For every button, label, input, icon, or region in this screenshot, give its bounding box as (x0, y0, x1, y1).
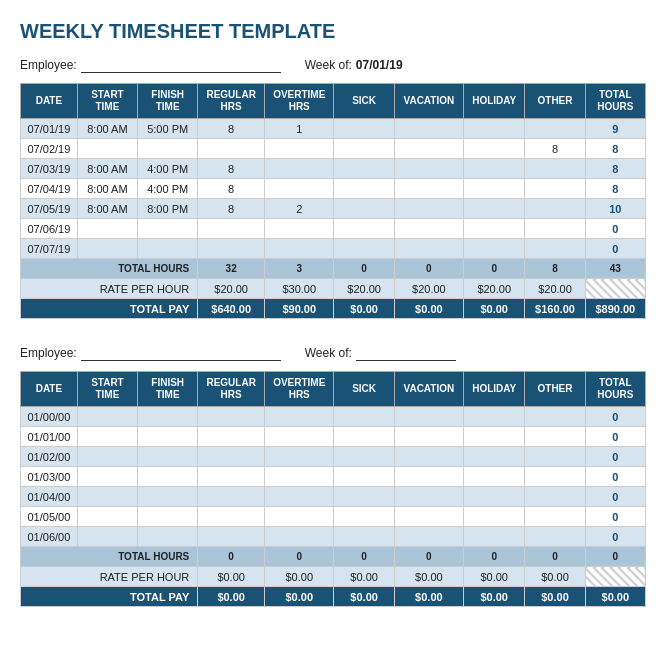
total-pay-row-1: TOTAL PAY $640.00 $90.00 $0.00 $0.00 $0.… (21, 299, 646, 319)
total-total-1: 43 (585, 259, 645, 279)
rate-label-2: RATE PER HOUR (21, 567, 198, 587)
th-start-2: START TIME (77, 372, 137, 407)
page-title: WEEKLY TIMESHEET TEMPLATE (20, 20, 646, 43)
table-row: 07/05/198:00 AM8:00 PM8210 (21, 199, 646, 219)
total-total-2: 0 (585, 547, 645, 567)
rate-label-1: RATE PER HOUR (21, 279, 198, 299)
header-row-1: DATE START TIME FINISH TIME REGULAR HRS … (21, 84, 646, 119)
pay-ot-1: $90.00 (265, 299, 334, 319)
pay-other-2: $0.00 (525, 587, 585, 607)
employee-field-1[interactable] (81, 57, 281, 73)
pay-hol-2: $0.00 (464, 587, 525, 607)
rate-hol-1: $20.00 (464, 279, 525, 299)
employee-row-2: Employee: Week of: (20, 345, 646, 361)
timesheet-table-2: DATE START TIME FINISH TIME REGULAR HRS … (20, 371, 646, 607)
week-label-2: Week of: (305, 346, 352, 360)
rate-reg-1: $20.00 (198, 279, 265, 299)
pay-ot-2: $0.00 (265, 587, 334, 607)
total-reg-2: 0 (198, 547, 265, 567)
pay-hol-1: $0.00 (464, 299, 525, 319)
rate-other-2: $0.00 (525, 567, 585, 587)
total-ot-2: 0 (265, 547, 334, 567)
total-pay-label-2: TOTAL PAY (21, 587, 198, 607)
table-row: 07/04/198:00 AM4:00 PM88 (21, 179, 646, 199)
th-date-1: DATE (21, 84, 78, 119)
timesheet-table-1: DATE START TIME FINISH TIME REGULAR HRS … (20, 83, 646, 319)
table-row: 07/03/198:00 AM4:00 PM88 (21, 159, 646, 179)
rate-sick-1: $20.00 (334, 279, 394, 299)
rate-other-1: $20.00 (525, 279, 585, 299)
rate-row-2: RATE PER HOUR $0.00 $0.00 $0.00 $0.00 $0… (21, 567, 646, 587)
th-vac-1: VACATION (394, 84, 463, 119)
total-hours-label-1: TOTAL HOURS (21, 259, 198, 279)
pay-reg-1: $640.00 (198, 299, 265, 319)
employee-row-1: Employee: Week of: 07/01/19 (20, 57, 646, 73)
th-sick-1: SICK (334, 84, 394, 119)
pay-sick-1: $0.00 (334, 299, 394, 319)
table-row: 01/05/000 (21, 507, 646, 527)
table-row: 07/01/198:00 AM5:00 PM819 (21, 119, 646, 139)
total-hol-2: 0 (464, 547, 525, 567)
table-row: 01/02/000 (21, 447, 646, 467)
total-hours-row-1: TOTAL HOURS 32 3 0 0 0 8 43 (21, 259, 646, 279)
th-other-2: OTHER (525, 372, 585, 407)
total-other-1: 8 (525, 259, 585, 279)
employee-field-2[interactable] (81, 345, 281, 361)
total-other-2: 0 (525, 547, 585, 567)
total-sick-1: 0 (334, 259, 394, 279)
th-start-1: START TIME (77, 84, 137, 119)
total-sick-2: 0 (334, 547, 394, 567)
th-ot-1: OVERTIME HRS (265, 84, 334, 119)
table-row: 07/02/1988 (21, 139, 646, 159)
pay-total-2: $0.00 (585, 587, 645, 607)
th-hol-2: HOLIDAY (464, 372, 525, 407)
header-row-2: DATE START TIME FINISH TIME REGULAR HRS … (21, 372, 646, 407)
pay-vac-2: $0.00 (394, 587, 463, 607)
pay-total-1: $890.00 (585, 299, 645, 319)
rate-row-1: RATE PER HOUR $20.00 $30.00 $20.00 $20.0… (21, 279, 646, 299)
th-finish-2: FINISH TIME (138, 372, 198, 407)
pay-reg-2: $0.00 (198, 587, 265, 607)
rate-reg-2: $0.00 (198, 567, 265, 587)
rate-vac-1: $20.00 (394, 279, 463, 299)
total-pay-row-2: TOTAL PAY $0.00 $0.00 $0.00 $0.00 $0.00 … (21, 587, 646, 607)
total-hol-1: 0 (464, 259, 525, 279)
section2: Employee: Week of: DATE START TIME FINIS… (20, 345, 646, 607)
rate-sick-2: $0.00 (334, 567, 394, 587)
week-field-2[interactable] (356, 345, 456, 361)
employee-label-1: Employee: (20, 58, 77, 72)
th-total-1: TOTAL HOURS (585, 84, 645, 119)
week-label-1: Week of: (305, 58, 352, 72)
th-sick-2: SICK (334, 372, 394, 407)
table-row: 01/06/000 (21, 527, 646, 547)
rate-hol-2: $0.00 (464, 567, 525, 587)
th-hol-1: HOLIDAY (464, 84, 525, 119)
pay-vac-1: $0.00 (394, 299, 463, 319)
table-row: 01/00/000 (21, 407, 646, 427)
th-other-1: OTHER (525, 84, 585, 119)
total-vac-1: 0 (394, 259, 463, 279)
total-pay-label-1: TOTAL PAY (21, 299, 198, 319)
total-hours-label-2: TOTAL HOURS (21, 547, 198, 567)
rate-vac-2: $0.00 (394, 567, 463, 587)
rate-ot-2: $0.00 (265, 567, 334, 587)
employee-label-2: Employee: (20, 346, 77, 360)
week-value-1: 07/01/19 (356, 58, 403, 72)
th-date-2: DATE (21, 372, 78, 407)
total-reg-1: 32 (198, 259, 265, 279)
pay-sick-2: $0.00 (334, 587, 394, 607)
total-hours-row-2: TOTAL HOURS 0 0 0 0 0 0 0 (21, 547, 646, 567)
table-row: 07/07/190 (21, 239, 646, 259)
total-ot-1: 3 (265, 259, 334, 279)
section1: Employee: Week of: 07/01/19 DATE START T… (20, 57, 646, 319)
table-row: 01/04/000 (21, 487, 646, 507)
th-total-2: TOTAL HOURS (585, 372, 645, 407)
total-vac-2: 0 (394, 547, 463, 567)
table-row: 01/01/000 (21, 427, 646, 447)
th-finish-1: FINISH TIME (138, 84, 198, 119)
rate-total-hatch-2 (585, 567, 645, 587)
th-reg-2: REGULAR HRS (198, 372, 265, 407)
th-reg-1: REGULAR HRS (198, 84, 265, 119)
table-row: 01/03/000 (21, 467, 646, 487)
th-vac-2: VACATION (394, 372, 463, 407)
